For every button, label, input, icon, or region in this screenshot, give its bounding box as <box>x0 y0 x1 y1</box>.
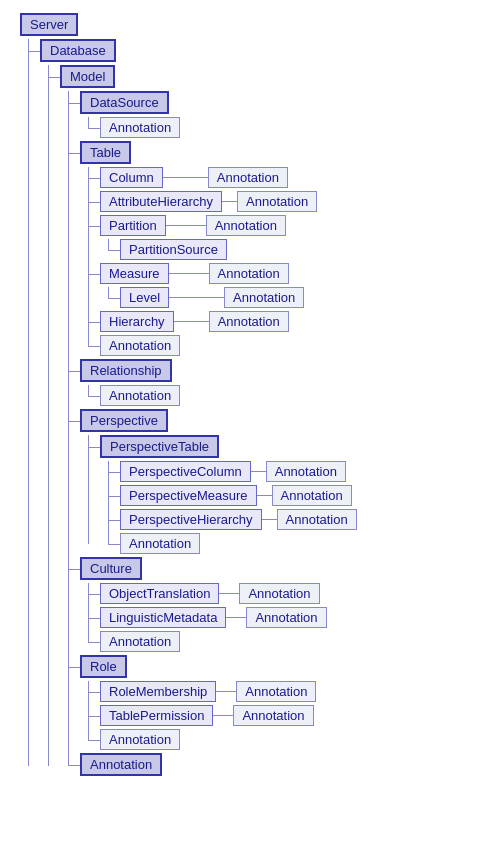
role-node: Role <box>80 655 490 678</box>
perspectivecolumn-box: PerspectiveColumn <box>120 461 251 482</box>
table-annotation-box: Annotation <box>100 335 180 356</box>
partition-connector <box>166 225 206 226</box>
model-node: Model <box>60 65 490 88</box>
lm-annotation-box: Annotation <box>246 607 326 628</box>
pm-connector <box>257 495 272 496</box>
relationship-box: Relationship <box>80 359 172 382</box>
database-box: Database <box>40 39 116 62</box>
perspectivehierarchy-with-annotation: PerspectiveHierarchy Annotation <box>120 509 357 530</box>
partition-box: Partition <box>100 215 166 236</box>
partition-annotation-box: Annotation <box>206 215 286 236</box>
ah-connector <box>222 201 237 202</box>
model-annotation-box: Annotation <box>80 753 162 776</box>
ot-connector <box>219 593 239 594</box>
hierarchy-connector <box>174 321 209 322</box>
column-connector2 <box>193 177 208 178</box>
hierarchy-with-annotation: Hierarchy Annotation <box>100 311 289 332</box>
perspectivehierarchy-node: PerspectiveHierarchy Annotation <box>120 509 490 530</box>
objecttranslation-box: ObjectTranslation <box>100 583 219 604</box>
attributehierarchy-node: AttributeHierarchy Annotation <box>100 191 490 212</box>
objecttranslation-node: ObjectTranslation Annotation <box>100 583 490 604</box>
pt-annotation-node: Annotation <box>120 533 490 554</box>
perspective-node: Perspective <box>80 409 490 432</box>
perspectivecolumn-node: PerspectiveColumn Annotation <box>120 461 490 482</box>
level-connector <box>169 297 224 298</box>
ot-annotation-box: Annotation <box>239 583 319 604</box>
hierarchy-node: Hierarchy Annotation <box>100 311 490 332</box>
table-box: Table <box>80 141 131 164</box>
perspectivetable-node: PerspectiveTable <box>100 435 490 458</box>
linguisticmetadata-with-annotation: LinguisticMetadata Annotation <box>100 607 327 628</box>
rolemembership-box: RoleMembership <box>100 681 216 702</box>
relationship-annotation-box: Annotation <box>100 385 180 406</box>
perspectivehierarchy-box: PerspectiveHierarchy <box>120 509 262 530</box>
datasource-box: DataSource <box>80 91 169 114</box>
rm-annotation-box: Annotation <box>236 681 316 702</box>
perspective-box: Perspective <box>80 409 168 432</box>
server-box: Server <box>20 13 78 36</box>
level-node: Level Annotation <box>120 287 490 308</box>
model-annotation-node: Annotation <box>80 753 490 776</box>
tablepermission-with-annotation: TablePermission Annotation <box>100 705 314 726</box>
role-annotation-box: Annotation <box>100 729 180 750</box>
ph-annotation-box: Annotation <box>277 509 357 530</box>
objecttranslation-with-annotation: ObjectTranslation Annotation <box>100 583 320 604</box>
pc-annotation-box: Annotation <box>266 461 346 482</box>
server-node: Server <box>20 13 490 36</box>
relationship-node: Relationship <box>80 359 490 382</box>
ph-connector <box>262 519 277 520</box>
column-with-annotation: Column Annotation <box>100 167 288 188</box>
role-annotation-node: Annotation <box>100 729 490 750</box>
perspectivemeasure-box: PerspectiveMeasure <box>120 485 257 506</box>
rolemembership-node: RoleMembership Annotation <box>100 681 490 702</box>
level-with-annotation: Level Annotation <box>120 287 304 308</box>
measure-box: Measure <box>100 263 169 284</box>
partitionsource-box: PartitionSource <box>120 239 227 260</box>
datasource-annotation-node: Annotation <box>100 117 490 138</box>
perspectivetable-box: PerspectiveTable <box>100 435 219 458</box>
partition-node: Partition Annotation <box>100 215 490 236</box>
column-annotation-box: Annotation <box>208 167 288 188</box>
database-node: Database <box>40 39 490 62</box>
pm-annotation-box: Annotation <box>272 485 352 506</box>
perspectivemeasure-with-annotation: PerspectiveMeasure Annotation <box>120 485 352 506</box>
measure-with-annotation: Measure Annotation <box>100 263 289 284</box>
column-connector <box>163 177 193 178</box>
level-box: Level <box>120 287 169 308</box>
attributehierarchy-box: AttributeHierarchy <box>100 191 222 212</box>
model-box: Model <box>60 65 115 88</box>
hierarchy-annotation-box: Annotation <box>209 311 289 332</box>
hierarchy-box: Hierarchy <box>100 311 174 332</box>
lm-connector <box>226 617 246 618</box>
tablepermission-box: TablePermission <box>100 705 213 726</box>
linguisticmetadata-node: LinguisticMetadata Annotation <box>100 607 490 628</box>
measure-connector <box>169 273 209 274</box>
measure-node: Measure Annotation <box>100 263 490 284</box>
tp-connector <box>213 715 233 716</box>
table-node: Table <box>80 141 490 164</box>
culture-annotation-box: Annotation <box>100 631 180 652</box>
linguisticmetadata-box: LinguisticMetadata <box>100 607 226 628</box>
culture-box: Culture <box>80 557 142 580</box>
culture-node: Culture <box>80 557 490 580</box>
attributehierarchy-with-annotation: AttributeHierarchy Annotation <box>100 191 317 212</box>
datasource-annotation-box: Annotation <box>100 117 180 138</box>
perspectivemeasure-node: PerspectiveMeasure Annotation <box>120 485 490 506</box>
partition-with-annotation: Partition Annotation <box>100 215 286 236</box>
partitionsource-node: PartitionSource <box>120 239 490 260</box>
relationship-annotation-node: Annotation <box>100 385 490 406</box>
datasource-node: DataSource <box>80 91 490 114</box>
column-box: Column <box>100 167 163 188</box>
table-annotation-node: Annotation <box>100 335 490 356</box>
tp-annotation-box: Annotation <box>233 705 313 726</box>
role-box: Role <box>80 655 127 678</box>
measure-annotation-box: Annotation <box>209 263 289 284</box>
rm-connector <box>216 691 236 692</box>
level-annotation-box: Annotation <box>224 287 304 308</box>
ah-annotation-box: Annotation <box>237 191 317 212</box>
column-node: Column Annotation <box>100 167 490 188</box>
perspectivecolumn-with-annotation: PerspectiveColumn Annotation <box>120 461 346 482</box>
culture-annotation-node: Annotation <box>100 631 490 652</box>
pt-annotation-box: Annotation <box>120 533 200 554</box>
pc-connector <box>251 471 266 472</box>
